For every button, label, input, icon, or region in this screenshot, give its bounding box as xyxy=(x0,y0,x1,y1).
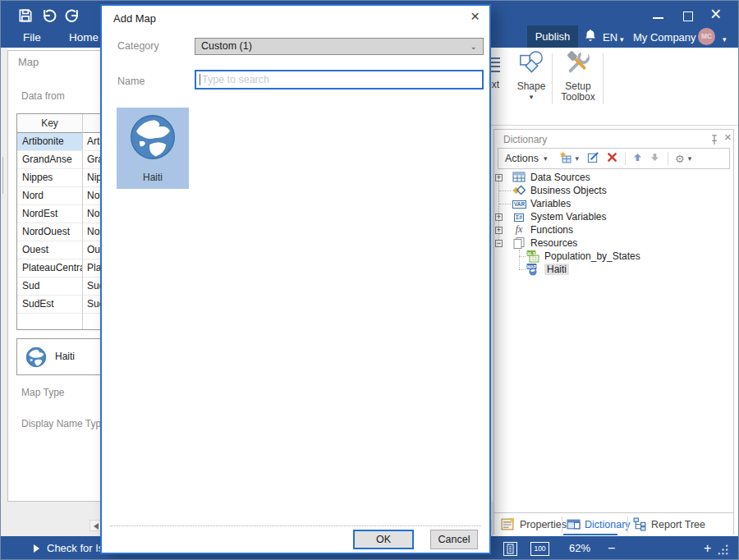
panel-tabs: Properties Dictionary Report Tree xyxy=(494,512,733,535)
resources-icon xyxy=(512,236,526,250)
setup-toolbox-icon xyxy=(565,50,591,76)
ribbon-separator xyxy=(603,53,604,104)
maximize-button[interactable] xyxy=(683,11,693,21)
ruler-tick xyxy=(2,157,3,194)
panel-title: Dictionary xyxy=(503,134,547,145)
toolbar-separator xyxy=(668,152,668,165)
tab-dictionary[interactable]: Dictionary xyxy=(585,519,631,530)
system-variables-icon: Σ# xyxy=(512,210,526,223)
edit-icon[interactable] xyxy=(587,151,599,166)
zoom-out-button[interactable]: − xyxy=(608,536,615,560)
gear-icon[interactable]: ⚙ xyxy=(675,153,685,165)
chevron-down-icon[interactable]: ▾ xyxy=(723,32,727,47)
tab-file[interactable]: File xyxy=(16,27,48,48)
name-search-field[interactable] xyxy=(195,70,484,90)
category-dropdown[interactable]: Custom (1) ⌄ xyxy=(195,38,484,55)
tree-item-business-objects[interactable]: Business Objects xyxy=(494,184,733,197)
resize-grip-icon[interactable] xyxy=(717,544,729,558)
close-icon[interactable]: × xyxy=(470,7,480,25)
key-column-header[interactable]: Key xyxy=(17,114,82,132)
tree-item-resources[interactable]: − Resources xyxy=(494,236,733,250)
svg-text:MAP: MAP xyxy=(527,264,537,269)
add-map-dialog: Add Map × Category Custom (1) ⌄ Name Hai… xyxy=(100,4,491,554)
xls-resource-icon: XLS xyxy=(526,250,539,263)
page-view-icon[interactable] xyxy=(503,542,517,556)
dictionary-panel: Dictionary × Actions ▾ ▾ xyxy=(493,129,734,535)
expand-issues-icon[interactable] xyxy=(34,544,39,553)
resource-name: Haiti xyxy=(55,339,75,374)
tree-item-functions[interactable]: + fx Functions xyxy=(494,223,733,236)
zoom-100-button[interactable]: 100 xyxy=(530,542,549,556)
ribbon-item-setup-toolbox[interactable]: Setup Toolbox xyxy=(556,50,600,103)
display-name-type-label: Display Name Type xyxy=(21,418,107,429)
expand-icon[interactable]: + xyxy=(495,213,503,221)
redo-icon[interactable] xyxy=(64,7,80,24)
shape-icon xyxy=(516,50,546,76)
avatar[interactable]: MC xyxy=(698,28,715,45)
scroll-left-icon[interactable] xyxy=(94,523,99,530)
zoom-in-button[interactable]: + xyxy=(704,536,711,560)
publish-button[interactable]: Publish xyxy=(527,25,578,48)
designer-ruler-strip xyxy=(1,48,7,536)
dictionary-tab-icon xyxy=(567,517,581,534)
bell-icon[interactable] xyxy=(584,29,597,44)
ok-button[interactable]: OK xyxy=(353,530,414,549)
ribbon-separator xyxy=(552,53,553,104)
collapse-icon[interactable]: − xyxy=(495,240,503,247)
text-cursor xyxy=(200,74,200,85)
undo-icon[interactable] xyxy=(41,7,57,24)
toolbar-separator xyxy=(625,152,626,165)
tab-separator xyxy=(562,516,562,533)
tab-properties[interactable]: Properties xyxy=(520,519,567,530)
panel-title: Map xyxy=(18,56,39,68)
tree-item-variables[interactable]: VAR Variables xyxy=(494,197,733,210)
name-label: Name xyxy=(117,76,145,87)
data-from-label: Data from xyxy=(21,90,65,102)
dictionary-toolbar: Actions ▾ ▾ xyxy=(498,148,730,169)
globe-icon xyxy=(25,347,47,370)
active-tab-indicator xyxy=(563,534,617,535)
pin-icon[interactable] xyxy=(710,135,718,148)
tree-item-haiti[interactable]: MAP Haiti xyxy=(494,263,733,276)
tab-report-tree[interactable]: Report Tree xyxy=(651,519,705,530)
svg-text:XLS: XLS xyxy=(527,251,536,256)
report-tree-tab-icon xyxy=(633,517,647,534)
new-item-icon[interactable] xyxy=(559,151,572,167)
dialog-footer-separator xyxy=(110,526,481,526)
tree-item-system-variables[interactable]: + Σ# System Variables xyxy=(494,210,733,223)
tree-item-data-sources[interactable]: + Data Sources xyxy=(494,171,733,184)
functions-icon: fx xyxy=(512,223,526,236)
actions-menu[interactable]: Actions xyxy=(505,153,539,164)
close-panel-icon[interactable]: × xyxy=(724,130,732,144)
tile-label: Haiti xyxy=(117,172,189,183)
cancel-button[interactable]: Cancel xyxy=(430,530,478,549)
category-label: Category xyxy=(117,40,159,52)
column-separator xyxy=(82,114,83,329)
tree-item-population-by-states[interactable]: XLS Population_by_States xyxy=(494,250,733,263)
move-up-icon[interactable] xyxy=(633,153,642,164)
app-window: File Home Publish EN ▾ My Company MC ▾ ×… xyxy=(0,0,739,560)
tab-home[interactable]: Home xyxy=(65,27,103,48)
variables-icon: VAR xyxy=(512,197,526,210)
chevron-down-icon[interactable]: ▾ xyxy=(620,32,624,47)
chevron-down-icon[interactable]: ▾ xyxy=(576,154,580,163)
minimize-button[interactable] xyxy=(653,17,663,19)
language-selector[interactable]: EN xyxy=(603,30,617,45)
properties-tab-icon xyxy=(501,517,515,534)
search-input[interactable] xyxy=(196,71,482,88)
move-down-icon[interactable] xyxy=(650,153,659,164)
map-resource-icon: MAP xyxy=(526,263,539,276)
save-icon[interactable] xyxy=(17,7,34,24)
close-button[interactable]: × xyxy=(710,4,721,24)
chevron-down-icon[interactable]: ▾ xyxy=(512,92,551,102)
chevron-down-icon[interactable]: ▾ xyxy=(544,154,548,163)
expand-icon[interactable]: + xyxy=(495,227,503,234)
dialog-title: Add Map xyxy=(113,12,156,25)
chevron-down-icon: ⌄ xyxy=(470,39,477,54)
expand-icon[interactable]: + xyxy=(495,174,503,181)
chevron-down-icon[interactable]: ▾ xyxy=(688,154,692,163)
ribbon-item-shape[interactable]: Shape ▾ xyxy=(512,50,551,102)
account-name[interactable]: My Company xyxy=(633,30,696,45)
delete-icon[interactable] xyxy=(607,152,617,165)
map-tile-haiti[interactable]: Haiti xyxy=(117,108,189,189)
